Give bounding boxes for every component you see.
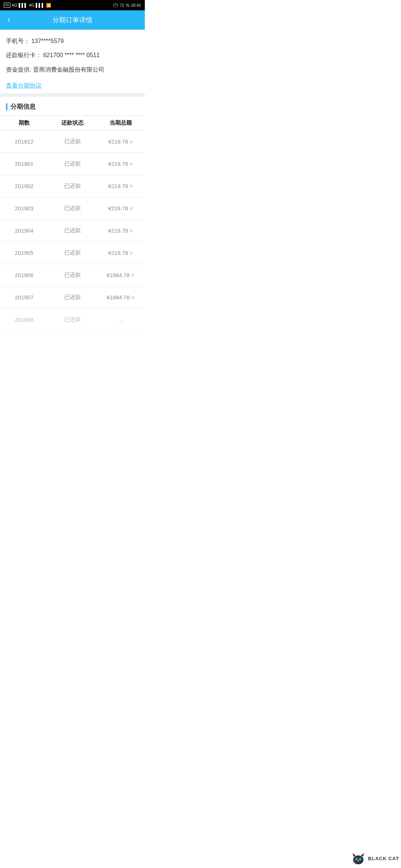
- cell-amount: ¥219.78∨: [97, 161, 145, 167]
- cell-status: 已还款: [48, 160, 97, 167]
- cell-amount: ...: [97, 316, 145, 323]
- chevron-down-icon: ∨: [131, 295, 135, 300]
- cell-period: 201902: [0, 183, 48, 189]
- cell-period: 201812: [0, 138, 48, 145]
- cell-period: 201904: [0, 227, 48, 234]
- amount-value: ¥219.78: [108, 161, 128, 167]
- cell-amount: ¥219.78∨: [97, 227, 145, 234]
- cell-period: 201908: [0, 316, 48, 323]
- cell-status: 已还款: [48, 138, 97, 145]
- status-right-icons: 📳 71 % 10:41: [113, 3, 141, 8]
- cell-period: 201901: [0, 161, 48, 167]
- cell-period: 201906: [0, 272, 48, 278]
- chevron-down-icon: ∨: [130, 139, 133, 144]
- fund-provider-label: 资金提供:: [6, 66, 31, 73]
- table-row[interactable]: 201905已还款¥219.78∨: [0, 242, 145, 264]
- battery-icon: %: [126, 3, 130, 7]
- chevron-down-icon: ∨: [130, 183, 133, 189]
- hd-badge-1: HD: [4, 3, 10, 8]
- amount-value: ¥1884.78: [107, 294, 130, 300]
- col-header-period: 期数: [0, 119, 48, 126]
- table-row[interactable]: 201812已还款¥219.78∨: [0, 131, 145, 153]
- table-row[interactable]: 201901已还款¥219.78∨: [0, 153, 145, 175]
- view-agreement-link[interactable]: 查看分期协议: [6, 82, 42, 90]
- section-divider: [0, 93, 145, 96]
- section-title: 分期信息: [10, 102, 36, 111]
- table-row[interactable]: 201903已还款¥219.78∨: [0, 197, 145, 220]
- cell-status: 已还款: [48, 227, 97, 234]
- cell-status: 已还款: [48, 316, 97, 323]
- bank-card-value: 621700 **** **** 0511: [43, 52, 100, 58]
- signal-bars-1: ▌▌▌: [19, 3, 27, 7]
- amount-value: ¥219.78: [108, 227, 128, 234]
- fund-provider-value: 晋商消费金融股份有限公司: [33, 66, 104, 73]
- info-section: 手机号： 137****5579 还款银行卡： 621700 **** ****…: [0, 30, 145, 93]
- table-row[interactable]: 201904已还款¥219.78∨: [0, 220, 145, 242]
- cell-amount: ¥219.78∨: [97, 138, 145, 145]
- col-header-status: 还款状态: [48, 119, 97, 126]
- time-display: 10:41: [131, 3, 141, 7]
- phone-row: 手机号： 137****5579: [6, 37, 139, 45]
- amount-value: ¥219.78: [108, 205, 128, 211]
- col-header-amount: 当期总额: [97, 119, 145, 126]
- cell-amount: ¥219.78∨: [97, 183, 145, 189]
- cell-amount: ¥219.78∨: [97, 205, 145, 211]
- page-title: 分期订单详情: [52, 16, 92, 24]
- cell-status: 已还款: [48, 272, 97, 279]
- table-body: 201812已还款¥219.78∨201901已还款¥219.78∨201902…: [0, 131, 145, 331]
- bank-card-row: 还款银行卡： 621700 **** **** 0511: [6, 51, 139, 59]
- phone-value: 137****5579: [31, 38, 63, 44]
- status-bar: HD 4G ▌▌▌ 4G ▌▌▌ 📶 📳 71 % 10:41: [0, 0, 145, 10]
- back-button[interactable]: ‹: [6, 14, 12, 26]
- amount-value: ¥219.78: [108, 183, 128, 189]
- amount-value: ¥219.78: [108, 250, 128, 256]
- battery-level: 71: [120, 3, 124, 7]
- cell-status: 已还款: [48, 249, 97, 256]
- vibrate-icon: 📳: [113, 3, 118, 8]
- chevron-down-icon: ∨: [130, 250, 133, 256]
- chevron-down-icon: ∨: [130, 206, 133, 211]
- cell-amount: ¥1884.78∨: [97, 272, 145, 278]
- bank-card-label: 还款银行卡：: [6, 52, 42, 58]
- cell-status: 已还款: [48, 205, 97, 212]
- cell-status: 已还款: [48, 183, 97, 190]
- cell-amount: ¥1884.78∨: [97, 294, 145, 300]
- table-row[interactable]: 201907已还款¥1884.78∨: [0, 286, 145, 309]
- table-row[interactable]: 201902已还款¥219.78∨: [0, 175, 145, 197]
- wifi-icon: 📶: [46, 3, 51, 8]
- chevron-down-icon: ∨: [130, 161, 133, 167]
- status-left-icons: HD 4G ▌▌▌ 4G ▌▌▌ 📶: [4, 3, 51, 8]
- table-row[interactable]: 201906已还款¥1884.78∨: [0, 264, 145, 286]
- cell-period: 201903: [0, 205, 48, 211]
- page-header: ‹ 分期订单详情: [0, 10, 145, 30]
- installment-section-header: 分期信息: [0, 96, 145, 115]
- signal-4g-2: 4G: [29, 3, 35, 7]
- cell-amount: ¥219.78∨: [97, 250, 145, 256]
- installment-table: 期数 还款状态 当期总额 201812已还款¥219.78∨201901已还款¥…: [0, 115, 145, 331]
- amount-value: ¥219.78: [108, 138, 128, 145]
- cell-period: 201907: [0, 294, 48, 300]
- chevron-down-icon: ∨: [130, 228, 133, 233]
- signal-bars-2: ▌▌▌: [36, 3, 44, 7]
- amount-value: ¥1884.78: [107, 272, 130, 278]
- chevron-down-icon: ∨: [131, 272, 135, 278]
- amount-value: ...: [118, 316, 123, 323]
- signal-4g-1: 4G: [12, 3, 17, 7]
- cell-period: 201905: [0, 250, 48, 256]
- section-indicator: [6, 103, 7, 111]
- table-row[interactable]: 201908已还款...: [0, 309, 145, 331]
- table-header-row: 期数 还款状态 当期总额: [0, 115, 145, 131]
- fund-provider-row: 资金提供: 晋商消费金融股份有限公司: [6, 66, 139, 74]
- phone-label: 手机号：: [6, 38, 30, 44]
- cell-status: 已还款: [48, 294, 97, 301]
